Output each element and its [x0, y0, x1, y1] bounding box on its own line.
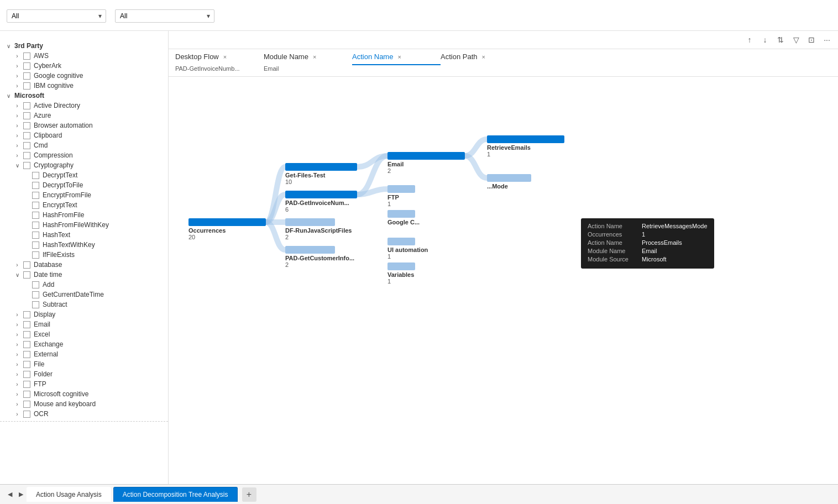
col-header-close-desktop-flow[interactable]: × — [223, 54, 227, 60]
col-header-close-action-path[interactable]: × — [482, 54, 485, 60]
checkbox-getcurrentdatetime[interactable] — [32, 291, 39, 298]
node-pad-getcustomerinfo[interactable]: PAD-GetCustomerInfo...2 — [285, 246, 354, 268]
tab-action-usage[interactable]: Action Usage Analysis — [27, 487, 111, 502]
node-get-files-test[interactable]: Get-Files-Test10 — [285, 163, 357, 185]
checkbox-ibm-cognitive[interactable] — [23, 82, 30, 90]
checkbox-hashtext[interactable] — [32, 232, 39, 239]
sidebar-item-hashtext[interactable]: HashText — [0, 230, 168, 240]
sidebar-item-subtract[interactable]: Subtract — [0, 300, 168, 309]
sidebar-item-excel[interactable]: ›Excel — [0, 329, 168, 339]
checkbox-active-directory[interactable] — [23, 102, 30, 109]
tab-action-decomp[interactable]: Action Decomposition Tree Analysis — [113, 487, 238, 502]
checkbox-folder[interactable] — [23, 371, 30, 378]
col-header-module-name[interactable]: Module Name× — [264, 49, 352, 65]
sidebar-item-decrypttofile[interactable]: DecryptToFile — [0, 180, 168, 190]
checkbox-subtract[interactable] — [32, 301, 39, 308]
checkbox-decrypttext[interactable] — [32, 172, 39, 179]
sidebar-item-exchange[interactable]: ›Exchange — [0, 339, 168, 349]
sidebar-item-active-directory[interactable]: ›Active Directory — [0, 101, 168, 111]
checkbox-cyberark[interactable] — [23, 62, 30, 70]
sidebar-item-encryptfromfile[interactable]: EncryptFromFile — [0, 190, 168, 200]
sidebar-item-clipboard[interactable]: ›Clipboard — [0, 130, 168, 140]
sidebar-item-add[interactable]: Add — [0, 280, 168, 290]
checkbox-date-time[interactable] — [23, 271, 30, 279]
sidebar-item-file[interactable]: ›File — [0, 359, 168, 369]
node-email[interactable]: Email2 — [387, 152, 465, 174]
node-occurrences[interactable]: Occurrences20 — [188, 218, 266, 240]
node-variables[interactable]: Variables1 — [387, 262, 415, 285]
filter-dlp-select-wrap[interactable]: All — [7, 9, 106, 23]
filter-flow-select-wrap[interactable]: All — [115, 9, 214, 23]
sidebar-item-iffileexists[interactable]: IfFileExists — [0, 250, 168, 260]
checkbox-iffileexists[interactable] — [32, 251, 39, 259]
node-retrieve-emails[interactable]: RetrieveEmails1 — [487, 135, 564, 158]
tab-scroll-left[interactable]: ◀ — [4, 489, 15, 500]
more-icon[interactable]: ··· — [820, 33, 834, 46]
sidebar-item-email[interactable]: ›Email — [0, 319, 168, 329]
node-mode[interactable]: ...Mode — [487, 174, 531, 190]
col-header-action-path[interactable]: Action Path× — [441, 49, 529, 65]
checkbox-encrypttext[interactable] — [32, 202, 39, 209]
checkbox-hashtextwithkey[interactable] — [32, 242, 39, 249]
checkbox-encryptfromfile[interactable] — [32, 192, 39, 199]
checkbox-hashfromfilewithkey[interactable] — [32, 222, 39, 229]
node-df-runjavascript[interactable]: DF-RunJavaScriptFiles2 — [285, 218, 352, 240]
col-header-close-action-name[interactable]: × — [397, 54, 401, 60]
expand-icon[interactable]: ⊡ — [805, 33, 818, 46]
checkbox-google-cognitive[interactable] — [23, 72, 30, 80]
checkbox-decrypttofile[interactable] — [32, 182, 39, 189]
checkbox-display[interactable] — [23, 311, 30, 318]
node-ui-automation[interactable]: UI automation1 — [387, 238, 428, 260]
sort-both-icon[interactable]: ⇅ — [774, 33, 787, 46]
sidebar-item-external[interactable]: ›External — [0, 349, 168, 359]
filter-dlp-select[interactable]: All — [7, 9, 106, 23]
checkbox-cryptography[interactable] — [23, 162, 30, 169]
col-header-action-name[interactable]: Action Name× — [352, 49, 441, 65]
checkbox-excel[interactable] — [23, 331, 30, 338]
checkbox-compression[interactable] — [23, 152, 30, 159]
sidebar-item-3rd-party[interactable]: ∨3rd Party — [0, 41, 168, 51]
col-header-desktop-flow[interactable]: Desktop Flow× — [175, 49, 264, 65]
sidebar-item-hashfromfile[interactable]: HashFromFile — [0, 210, 168, 220]
checkbox-database[interactable] — [23, 261, 30, 269]
chart-area[interactable]: Occurrences20PAD-GetInvoiceNum...6Get-Fi… — [169, 77, 838, 484]
checkbox-clipboard[interactable] — [23, 132, 30, 139]
sidebar-item-microsoft[interactable]: ∨Microsoft — [0, 91, 168, 101]
tab-add-button[interactable]: + — [242, 487, 256, 502]
filter-icon[interactable]: ▽ — [789, 33, 803, 46]
sidebar-item-azure[interactable]: ›Azure — [0, 111, 168, 120]
checkbox-file[interactable] — [23, 361, 30, 368]
sidebar-item-ocr[interactable]: ›OCR — [0, 409, 168, 419]
checkbox-ocr[interactable] — [23, 411, 30, 418]
checkbox-cmd[interactable] — [23, 142, 30, 149]
sidebar-item-compression[interactable]: ›Compression — [0, 150, 168, 160]
sidebar-item-mouse-keyboard[interactable]: ›Mouse and keyboard — [0, 399, 168, 409]
checkbox-azure[interactable] — [23, 112, 30, 119]
tab-scroll-right[interactable]: ▶ — [15, 489, 27, 500]
checkbox-mouse-keyboard[interactable] — [23, 401, 30, 408]
checkbox-aws[interactable] — [23, 53, 30, 60]
sidebar-item-ftp[interactable]: ›FTP — [0, 379, 168, 389]
sidebar-item-hashfromfilewithkey[interactable]: HashFromFileWithKey — [0, 220, 168, 230]
sort-desc-icon[interactable]: ↓ — [758, 33, 772, 46]
sidebar-item-encrypttext[interactable]: EncryptText — [0, 200, 168, 210]
checkbox-add[interactable] — [32, 281, 39, 288]
checkbox-microsoft-cognitive[interactable] — [23, 391, 30, 398]
sidebar-item-cmd[interactable]: ›Cmd — [0, 140, 168, 150]
sidebar-item-display[interactable]: ›Display — [0, 309, 168, 319]
checkbox-browser-automation[interactable] — [23, 122, 30, 129]
sidebar-item-getcurrentdatetime[interactable]: GetCurrentDateTime — [0, 290, 168, 300]
sidebar-item-date-time[interactable]: ∨Date time — [0, 270, 168, 280]
sidebar-item-microsoft-cognitive[interactable]: ›Microsoft cognitive — [0, 389, 168, 399]
node-ftp[interactable]: FTP1 — [387, 185, 415, 207]
checkbox-ftp[interactable] — [23, 381, 30, 388]
filter-flow-select[interactable]: All — [115, 9, 214, 23]
col-header-close-module-name[interactable]: × — [313, 54, 316, 60]
sidebar-item-aws[interactable]: ›AWS — [0, 51, 168, 61]
node-google[interactable]: Google C... — [387, 210, 420, 225]
sidebar-item-google-cognitive[interactable]: ›Google cognitive — [0, 71, 168, 81]
sidebar-item-browser-automation[interactable]: ›Browser automation — [0, 120, 168, 130]
sort-asc-icon[interactable]: ↑ — [743, 33, 756, 46]
sidebar-item-database[interactable]: ›Database — [0, 260, 168, 270]
sidebar-item-ibm-cognitive[interactable]: ›IBM cognitive — [0, 81, 168, 91]
